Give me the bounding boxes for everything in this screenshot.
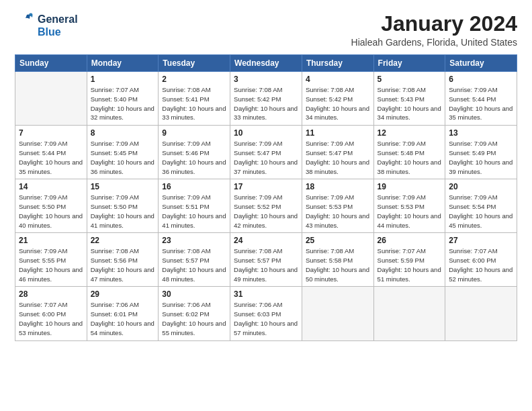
table-row: 1 Sunrise: 7:07 AM Sunset: 5:40 PM Dayli… [87, 72, 159, 126]
sunset-text: Sunset: 5:58 PM [306, 257, 353, 264]
sunrise-text: Sunrise: 7:09 AM [449, 86, 497, 93]
daylight-text: Daylight: 10 hours and 53 minutes. [19, 320, 83, 336]
calendar-week-row: 28 Sunrise: 7:07 AM Sunset: 6:00 PM Dayl… [15, 287, 517, 340]
day-number: 12 [378, 128, 442, 138]
day-number: 10 [234, 128, 298, 138]
day-number: 16 [162, 182, 226, 191]
day-detail: Sunrise: 7:09 AM Sunset: 5:44 PM Dayligh… [449, 85, 513, 122]
table-row: 5 Sunrise: 7:08 AM Sunset: 5:43 PM Dayli… [373, 72, 445, 126]
daylight-text: Daylight: 10 hours and 41 minutes. [162, 212, 226, 229]
table-row: 8 Sunrise: 7:09 AM Sunset: 5:45 PM Dayli… [87, 126, 159, 179]
day-detail: Sunrise: 7:07 AM Sunset: 5:40 PM Dayligh… [91, 85, 155, 122]
table-row: 22 Sunrise: 7:08 AM Sunset: 5:56 PM Dayl… [87, 233, 159, 287]
logo: General Blue [15, 12, 78, 39]
sunset-text: Sunset: 5:59 PM [378, 257, 425, 264]
sunrise-text: Sunrise: 7:06 AM [91, 301, 139, 308]
daylight-text: Daylight: 10 hours and 51 minutes. [378, 266, 441, 283]
logo-bird-icon [15, 12, 35, 36]
table-row: 27 Sunrise: 7:07 AM Sunset: 6:00 PM Dayl… [445, 233, 517, 287]
col-tuesday: Tuesday [159, 55, 230, 72]
table-row [15, 72, 87, 126]
day-detail: Sunrise: 7:08 AM Sunset: 5:56 PM Dayligh… [91, 246, 155, 283]
sunset-text: Sunset: 5:49 PM [449, 149, 496, 156]
calendar-week-row: 14 Sunrise: 7:09 AM Sunset: 5:50 PM Dayl… [15, 179, 517, 233]
day-number: 28 [19, 289, 83, 299]
sunrise-text: Sunrise: 7:08 AM [234, 86, 282, 93]
sunset-text: Sunset: 5:50 PM [91, 203, 138, 210]
sunset-text: Sunset: 5:57 PM [234, 257, 281, 264]
day-detail: Sunrise: 7:09 AM Sunset: 5:46 PM Dayligh… [162, 139, 226, 176]
day-detail: Sunrise: 7:06 AM Sunset: 6:03 PM Dayligh… [234, 300, 298, 337]
logo: General Blue [15, 12, 78, 39]
sunrise-text: Sunrise: 7:09 AM [306, 140, 354, 147]
day-number: 11 [306, 128, 370, 138]
sunset-text: Sunset: 5:46 PM [162, 149, 209, 156]
table-row: 6 Sunrise: 7:09 AM Sunset: 5:44 PM Dayli… [445, 72, 517, 126]
sunrise-text: Sunrise: 7:08 AM [306, 247, 354, 255]
day-number: 22 [91, 236, 155, 245]
day-detail: Sunrise: 7:07 AM Sunset: 6:00 PM Dayligh… [449, 246, 513, 283]
table-row: 20 Sunrise: 7:09 AM Sunset: 5:54 PM Dayl… [445, 179, 517, 233]
daylight-text: Daylight: 10 hours and 45 minutes. [449, 212, 513, 229]
sunset-text: Sunset: 5:54 PM [449, 203, 496, 210]
sunrise-text: Sunrise: 7:09 AM [234, 140, 282, 147]
day-detail: Sunrise: 7:09 AM Sunset: 5:50 PM Dayligh… [19, 193, 83, 230]
sunrise-text: Sunrise: 7:08 AM [234, 247, 282, 255]
day-detail: Sunrise: 7:06 AM Sunset: 6:01 PM Dayligh… [91, 300, 155, 337]
day-detail: Sunrise: 7:08 AM Sunset: 5:57 PM Dayligh… [162, 246, 226, 283]
sunset-text: Sunset: 5:47 PM [306, 149, 353, 156]
day-number: 5 [378, 75, 442, 84]
sunrise-text: Sunrise: 7:09 AM [449, 193, 497, 201]
day-number: 1 [91, 75, 155, 84]
day-detail: Sunrise: 7:09 AM Sunset: 5:45 PM Dayligh… [91, 139, 155, 176]
sunrise-text: Sunrise: 7:09 AM [306, 193, 354, 201]
daylight-text: Daylight: 10 hours and 52 minutes. [449, 266, 513, 283]
col-wednesday: Wednesday [230, 55, 302, 72]
day-number: 18 [306, 182, 370, 191]
sunrise-text: Sunrise: 7:08 AM [306, 86, 354, 93]
sunset-text: Sunset: 6:00 PM [19, 310, 66, 318]
day-number: 23 [162, 236, 226, 245]
sunset-text: Sunset: 5:48 PM [378, 149, 425, 156]
calendar-week-row: 1 Sunrise: 7:07 AM Sunset: 5:40 PM Dayli… [15, 72, 517, 126]
daylight-text: Daylight: 10 hours and 43 minutes. [306, 212, 369, 229]
day-number: 21 [19, 236, 83, 245]
sunset-text: Sunset: 5:50 PM [19, 203, 66, 210]
daylight-text: Daylight: 10 hours and 34 minutes. [306, 105, 369, 122]
page-subtitle: Hialeah Gardens, Florida, United States [351, 37, 517, 48]
sunrise-text: Sunrise: 7:08 AM [378, 86, 426, 93]
day-number: 2 [162, 75, 226, 84]
daylight-text: Daylight: 10 hours and 49 minutes. [234, 266, 298, 283]
day-detail: Sunrise: 7:06 AM Sunset: 6:02 PM Dayligh… [162, 300, 226, 337]
daylight-text: Daylight: 10 hours and 46 minutes. [19, 266, 83, 283]
sunrise-text: Sunrise: 7:09 AM [378, 193, 426, 201]
table-row: 29 Sunrise: 7:06 AM Sunset: 6:01 PM Dayl… [87, 287, 159, 340]
daylight-text: Daylight: 10 hours and 40 minutes. [19, 212, 83, 229]
table-row: 25 Sunrise: 7:08 AM Sunset: 5:58 PM Dayl… [302, 233, 373, 287]
sunrise-text: Sunrise: 7:09 AM [91, 140, 139, 147]
table-row [445, 287, 517, 340]
sunset-text: Sunset: 5:44 PM [449, 95, 496, 103]
daylight-text: Daylight: 10 hours and 33 minutes. [162, 105, 226, 122]
day-number: 29 [91, 289, 155, 299]
sunset-text: Sunset: 5:40 PM [91, 95, 138, 103]
day-detail: Sunrise: 7:08 AM Sunset: 5:58 PM Dayligh… [306, 246, 370, 283]
sunset-text: Sunset: 6:02 PM [162, 310, 209, 318]
table-row: 23 Sunrise: 7:08 AM Sunset: 5:57 PM Dayl… [159, 233, 230, 287]
daylight-text: Daylight: 10 hours and 35 minutes. [449, 105, 513, 122]
table-row: 2 Sunrise: 7:08 AM Sunset: 5:41 PM Dayli… [159, 72, 230, 126]
day-number: 4 [306, 75, 370, 84]
sunrise-text: Sunrise: 7:09 AM [19, 193, 67, 201]
day-detail: Sunrise: 7:07 AM Sunset: 5:59 PM Dayligh… [378, 246, 442, 283]
table-row: 16 Sunrise: 7:09 AM Sunset: 5:51 PM Dayl… [159, 179, 230, 233]
sunrise-text: Sunrise: 7:07 AM [449, 247, 497, 255]
sunset-text: Sunset: 5:53 PM [378, 203, 425, 210]
day-number: 6 [449, 75, 513, 84]
sunset-text: Sunset: 5:56 PM [91, 257, 138, 264]
day-number: 9 [162, 128, 226, 138]
sunrise-text: Sunrise: 7:08 AM [162, 247, 210, 255]
col-monday: Monday [87, 55, 159, 72]
day-number: 20 [449, 182, 513, 191]
daylight-text: Daylight: 10 hours and 39 minutes. [449, 158, 513, 175]
col-sunday: Sunday [15, 55, 87, 72]
